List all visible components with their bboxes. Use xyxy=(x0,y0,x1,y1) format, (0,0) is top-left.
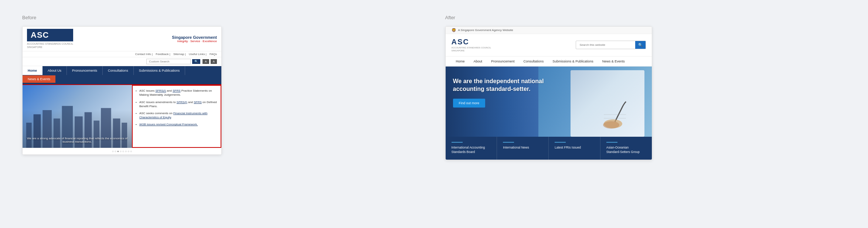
before-news-item-3: ASC seeks comments on Financial Instrume… xyxy=(136,111,218,119)
after-header: ASC ACCOUNTING STANDARDS COUNCILSINGAPOR… xyxy=(446,34,652,57)
sg-govt-logo: Singapore Government Integrity · Service… xyxy=(172,35,217,43)
asc-logo-after: ASC xyxy=(452,38,491,46)
after-hero: We are the independent national accounti… xyxy=(446,67,652,137)
svg-rect-10 xyxy=(122,123,127,148)
asc-fullname-after: ACCOUNTING STANDARDS COUNCILSINGAPORE xyxy=(452,46,491,52)
sfrs-link-3[interactable]: SFRS(I) xyxy=(177,101,187,104)
before-label: Before xyxy=(22,15,423,20)
before-news-item-1: ASC issues SFRS(I) and SFRS Practice Sta… xyxy=(136,89,218,97)
after-nav-newsevents[interactable]: News & Events xyxy=(598,57,629,66)
util-contact[interactable]: Contact Info xyxy=(135,52,151,56)
svg-rect-9 xyxy=(113,119,120,148)
before-subnav-newsevents[interactable]: News & Events xyxy=(23,75,55,83)
svg-point-12 xyxy=(603,121,619,129)
after-footer-line-3 xyxy=(555,142,566,143)
before-subnav-row: News & Events xyxy=(23,75,221,84)
before-utility-bar: Contact Info | Feedback | Sitemap | Usef… xyxy=(23,51,221,57)
after-search-input[interactable] xyxy=(576,41,635,48)
util-usefullinks[interactable]: Useful Links xyxy=(189,52,205,56)
sfrs-link-1[interactable]: SFRS(I) xyxy=(155,89,166,92)
before-news-panel: ASC issues SFRS(I) and SFRS Practice Sta… xyxy=(132,85,221,148)
before-hero-image: We are a strong advocate of financial re… xyxy=(23,85,132,148)
after-agency-bar: 🦁 A Singapore Government Agency Website xyxy=(446,27,652,34)
after-agency-text: A Singapore Government Agency Website xyxy=(458,28,513,32)
after-footer-links: International AccountingStandards Board … xyxy=(446,137,652,160)
before-panel: Before ASC ACCOUNTING STANDARDS COUNCILS… xyxy=(22,15,423,155)
after-footer-line-2 xyxy=(503,142,514,143)
after-footer-fris-label: Latest FRIs Issued xyxy=(555,146,594,150)
iasb-link[interactable]: IASB issues revised Conceptual Framework… xyxy=(139,123,198,126)
before-nav: Home About Us Pronouncements Consultatio… xyxy=(23,66,221,75)
after-panel: After 🦁 A Singapore Government Agency We… xyxy=(445,15,846,160)
sg-govt-tagline: Integrity · Service · Excellence xyxy=(172,40,217,43)
before-icon-a[interactable]: A xyxy=(202,59,209,64)
svg-rect-7 xyxy=(93,121,99,148)
lion-icon: 🦁 xyxy=(452,28,456,32)
after-search-button[interactable]: 🔍 xyxy=(635,41,646,49)
before-nav-home[interactable]: Home xyxy=(23,66,42,75)
after-search-box: 🔍 xyxy=(576,41,646,49)
after-label: After xyxy=(445,15,846,20)
after-footer-aossr[interactable]: Asian-OceanianStandard-Setters Group xyxy=(600,137,652,160)
before-topbar: ASC ACCOUNTING STANDARDS COUNCILSINGAPOR… xyxy=(23,27,221,51)
before-browser: ASC ACCOUNTING STANDARDS COUNCILSINGAPOR… xyxy=(22,26,222,155)
after-footer-line-1 xyxy=(452,142,463,143)
svg-rect-3 xyxy=(54,119,60,148)
after-nav-consultations[interactable]: Consultations xyxy=(519,57,548,66)
after-nav: Home About Pronouncement Consultations S… xyxy=(446,57,652,67)
before-nav-pronouncements[interactable]: Pronouncements xyxy=(67,66,103,75)
after-nav-home[interactable]: Home xyxy=(452,57,469,66)
sfrs-link-2[interactable]: SFRS xyxy=(173,89,180,92)
after-hero-title: We are the independent national accounti… xyxy=(453,78,546,93)
sg-govt-name: Singapore Government xyxy=(172,35,217,40)
after-browser: 🦁 A Singapore Government Agency Website … xyxy=(445,26,652,160)
before-hero-caption: We are a strong advocate of financial re… xyxy=(23,137,132,143)
before-icon-b[interactable]: A xyxy=(211,59,217,64)
after-nav-submissions[interactable]: Submissions & Publications xyxy=(548,57,598,66)
after-footer-intl-news-label: International News xyxy=(503,146,542,150)
after-hero-hand-image xyxy=(571,70,644,137)
before-search-button[interactable]: 🔍 xyxy=(192,59,200,64)
before-news-item-2: ASC issues amendments to SFRS(I) and SFR… xyxy=(136,100,218,108)
after-footer-iasb-label: International AccountingStandards Board xyxy=(452,146,491,154)
before-nav-submissions[interactable]: Submissions & Publications xyxy=(134,66,185,75)
sfrs-link-4[interactable]: SFRS xyxy=(194,101,202,104)
before-news-item-4: IASB issues revised Conceptual Framework… xyxy=(136,122,218,126)
after-footer-iasb[interactable]: International AccountingStandards Board xyxy=(446,137,497,160)
after-footer-line-4 xyxy=(606,142,617,143)
hand-svg xyxy=(593,92,637,129)
asc-logo-before-group: ASC ACCOUNTING STANDARDS COUNCILSINGAPOR… xyxy=(27,29,73,49)
before-nav-about[interactable]: About Us xyxy=(42,66,67,75)
before-search-row: 🔍 A A xyxy=(23,57,221,66)
after-footer-aossr-label: Asian-OceanianStandard-Setters Group xyxy=(606,146,646,154)
asc-logo-after-group: ASC ACCOUNTING STANDARDS COUNCILSINGAPOR… xyxy=(452,38,491,52)
asc-logo-sub-before: ACCOUNTING STANDARDS COUNCILSINGAPORE xyxy=(27,42,73,49)
before-main: We are a strong advocate of financial re… xyxy=(23,84,221,148)
asc-logo-before: ASC xyxy=(27,29,73,41)
svg-rect-0 xyxy=(26,123,32,148)
before-nav-consultations[interactable]: Consultations xyxy=(103,66,134,75)
fi-link[interactable]: Financial Instruments with Characteristi… xyxy=(139,112,208,119)
util-faqs[interactable]: FAQs xyxy=(210,52,217,56)
util-sitemap[interactable]: Sitemap xyxy=(173,52,184,56)
before-carousel-dots: ○ ○ ● ○ ○ ○ ○ ○ xyxy=(23,148,221,154)
after-nav-about[interactable]: About xyxy=(469,57,487,66)
after-nav-pronouncement[interactable]: Pronouncement xyxy=(487,57,519,66)
util-feedback[interactable]: Feedback xyxy=(156,52,169,56)
after-footer-fris[interactable]: Latest FRIs Issued xyxy=(549,137,600,160)
after-footer-intl-news[interactable]: International News xyxy=(497,137,549,160)
after-hero-content: We are the independent national accounti… xyxy=(453,78,546,108)
after-hero-cta-button[interactable]: Find out more xyxy=(453,99,486,108)
before-search-input[interactable] xyxy=(146,59,191,64)
